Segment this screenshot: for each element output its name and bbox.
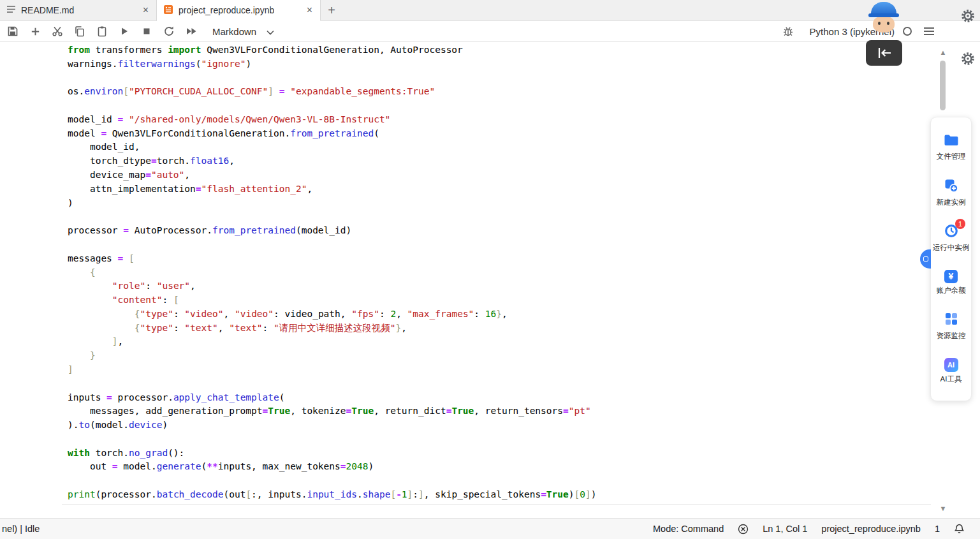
kernel-idle-status: nel) | Idle: [0, 524, 40, 534]
code-line: [68, 210, 931, 224]
right-tool-panel: 文件管理 新建实例 1 运行中实例 ¥ 账户余额 资源监控 AI AI工具: [930, 117, 972, 401]
tab-bar: README.md × project_reproduce.ipynb × +: [0, 0, 980, 21]
new-tab-button[interactable]: +: [321, 0, 342, 20]
file-lines-icon: [6, 5, 16, 15]
panel-item-label: 新建实例: [937, 198, 966, 207]
stop-kernel-button[interactable]: [138, 23, 156, 40]
code-line: model_id = "/shared-only/models/Qwen/Qwe…: [68, 113, 931, 127]
code-line: [68, 99, 931, 113]
scrollbar-thumb[interactable]: [940, 61, 946, 110]
avatar-face: [873, 16, 895, 33]
notification-count[interactable]: 1: [935, 524, 940, 534]
code-line: "role": "user",: [68, 279, 931, 293]
toolbar-right-group: Python 3 (ipykernel): [779, 23, 942, 40]
code-line: }: [68, 349, 931, 363]
notification-badge: 1: [955, 219, 965, 229]
panel-item-account-balance[interactable]: ¥ 账户余额: [931, 270, 971, 295]
panel-item-label: 文件管理: [937, 152, 966, 161]
settings-gear-icon[interactable]: [960, 8, 976, 24]
avatar[interactable]: [867, 1, 900, 33]
cut-cells-button[interactable]: [48, 23, 66, 40]
notebook-toolbar: Markdown Python 3 (ipykernel): [0, 21, 980, 42]
code-line: [68, 377, 931, 391]
bell-icon[interactable]: [954, 524, 965, 535]
cursor-position[interactable]: Ln 1, Col 1: [763, 524, 807, 534]
close-tab-icon[interactable]: ×: [142, 5, 150, 15]
code-cell[interactable]: from transformers import Qwen3VLForCondi…: [62, 42, 931, 505]
code-line: ).to(model.device): [68, 418, 931, 432]
ai-tools-icon: AI: [944, 358, 958, 372]
code-line: out = model.generate(**inputs, max_new_t…: [68, 460, 931, 474]
scroll-up-icon[interactable]: ▲: [937, 48, 949, 57]
code-line: processor = AutoProcessor.from_pretraine…: [68, 224, 931, 238]
code-line: model_id,: [68, 140, 931, 154]
new-instance-icon: [944, 179, 958, 195]
restart-kernel-button[interactable]: [160, 23, 178, 40]
code-line: messages = [: [68, 252, 931, 266]
panel-item-label: 资源监控: [937, 331, 966, 341]
panel-item-resource-monitor[interactable]: 资源监控: [931, 312, 971, 341]
panel-item-label: 运行中实例: [933, 243, 970, 253]
mode-indicator[interactable]: Mode: Command: [653, 524, 724, 534]
paste-cells-button[interactable]: [93, 23, 111, 40]
cell-type-label: Markdown: [212, 26, 256, 37]
save-button[interactable]: [4, 23, 22, 40]
code-line: torch_dtype=torch.float16,: [68, 154, 931, 168]
panel-item-new-instance[interactable]: 新建实例: [931, 179, 971, 207]
code-line: messages, add_generation_prompt=True, to…: [68, 404, 931, 418]
hamburger-menu-icon[interactable]: [920, 23, 938, 40]
copy-cells-button[interactable]: [71, 23, 89, 40]
code-line: attn_implementation="flash_attention_2",: [68, 182, 931, 196]
code-line: {"type": "text", "text": "请用中文详细描述这段视频"}…: [68, 321, 931, 336]
insert-cell-button[interactable]: [26, 23, 44, 40]
run-cell-button[interactable]: [115, 23, 133, 40]
tab-label: project_reproduce.ipynb: [179, 5, 274, 15]
image-icon: [923, 256, 928, 262]
code-line: with torch.no_grad():: [68, 447, 931, 461]
debugger-bug-icon[interactable]: [779, 23, 797, 40]
status-bar: nel) | Idle Mode: Command Ln 1, Col 1 pr…: [0, 518, 980, 539]
collapse-panel-button[interactable]: [866, 40, 902, 66]
run-all-button[interactable]: [182, 23, 200, 40]
code-line: {"type": "video", "video": video_path, "…: [68, 307, 931, 321]
status-bar-right: Mode: Command Ln 1, Col 1 project_reprod…: [653, 524, 980, 535]
code-line: model = Qwen3VLForConditionalGeneration.…: [68, 127, 931, 141]
code-line: ): [68, 196, 931, 210]
tab-notebook[interactable]: project_reproduce.ipynb ×: [157, 0, 321, 21]
close-tab-icon[interactable]: ×: [305, 5, 314, 15]
tab-label: README.md: [21, 5, 74, 15]
status-filename: project_reproduce.ipynb: [821, 524, 921, 534]
settings-gear-icon[interactable]: [960, 50, 976, 67]
panel-item-label: AI工具: [940, 374, 962, 384]
panel-item-ai-tools[interactable]: AI AI工具: [931, 358, 971, 384]
panel-item-label: 账户余额: [937, 286, 966, 295]
code-line: ]: [68, 363, 931, 377]
code-line: warnings.filterwarnings("ignore"): [68, 57, 931, 71]
avatar-eye: [878, 22, 881, 25]
kernel-status-icon: [903, 27, 912, 36]
avatar-eye: [887, 22, 889, 25]
arrow-left-to-bar-icon: [876, 46, 893, 60]
code-line: print(processor.batch_decode(out[:, inpu…: [68, 488, 931, 502]
code-line: from transformers import Qwen3VLForCondi…: [68, 43, 931, 57]
code-line: os.environ["PYTORCH_CUDA_ALLOC_CONF"] = …: [68, 85, 931, 99]
scroll-down-icon[interactable]: ▼: [937, 504, 949, 513]
code-line: ],: [68, 335, 931, 349]
notebook-icon: [163, 4, 173, 17]
balance-yen-icon: ¥: [944, 270, 958, 283]
code-line: [68, 238, 931, 252]
chevron-down-icon: [267, 26, 274, 37]
code-line: [68, 474, 931, 488]
cell-type-dropdown[interactable]: Markdown: [210, 23, 277, 40]
monitor-grid-icon: [944, 312, 958, 329]
tab-readme[interactable]: README.md ×: [0, 0, 157, 20]
avatar-helmet-brim: [868, 13, 899, 17]
folder-icon: [944, 134, 959, 149]
panel-item-running-instances[interactable]: 1 运行中实例: [931, 224, 971, 253]
circled-x-icon[interactable]: [738, 524, 749, 535]
code-line: {: [68, 266, 931, 280]
code-line: device_map="auto",: [68, 168, 931, 182]
panel-item-file-manager[interactable]: 文件管理: [931, 134, 971, 161]
code-line: "content": [: [68, 293, 931, 307]
code-line: inputs = processor.apply_chat_template(: [68, 391, 931, 405]
